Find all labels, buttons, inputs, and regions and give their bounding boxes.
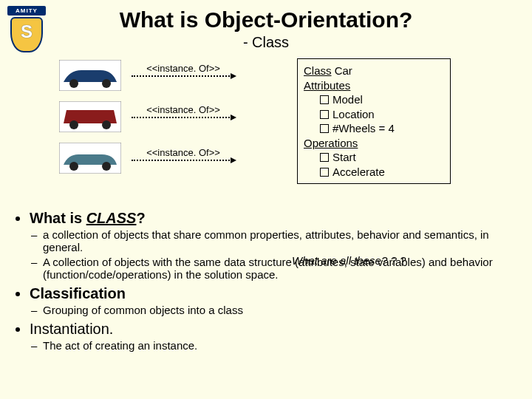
car-icon [59,143,121,174]
instanceof-label: <<instance. Of>> [132,63,235,74]
bullet-class-def2: A collection of objects with the same da… [43,256,514,282]
bullet-class-def1: a collection of objects that share commo… [43,228,514,254]
page-title: What is Object-Orientation? [0,0,532,33]
instanceof-label: <<instance. Of>> [132,104,235,115]
page-subtitle: - Class [0,34,532,51]
instanceof-arrow: <<instance. Of>> [132,63,235,77]
car-icon [59,101,121,132]
instanceof-arrow: <<instance. Of>> [132,104,235,118]
bullet-list: What is CLASS? a collection of objects t… [0,202,532,352]
car-icon [59,60,121,91]
instanceof-label: <<instance. Of>> [132,147,235,158]
what-are-all-these: What are all these? ? ? [292,254,406,267]
instanceof-arrow: <<instance. Of>> [132,147,235,161]
classbox-ops-label: Operations [304,136,444,151]
class-diagram: <<instance. Of>> <<instance. Of>> <<inst… [59,58,473,191]
svg-point-8 [102,162,111,171]
classbox-class-label: Class [304,64,332,77]
svg-point-7 [69,162,78,171]
classbox-attr: Model [304,92,444,107]
bullet-instantiation-def: The act of creating an instance. [43,339,514,352]
amity-logo: AMITY S [7,6,46,52]
classbox-class-value: Car [335,64,352,77]
bullet-classification: Classification Grouping of common object… [30,285,514,316]
classbox-op: Accelerate [304,165,444,180]
svg-point-5 [102,120,111,129]
bullet-class: What is CLASS? a collection of objects t… [30,210,514,281]
bullet-classification-def: Grouping of common objects into a class [43,304,514,316]
svg-point-2 [102,79,111,88]
car-images [59,60,126,184]
classbox-op: Start [304,150,444,165]
bullet-instantiation: Instantiation. The act of creating an in… [30,321,514,352]
classbox-attr: #Wheels = 4 [304,121,444,136]
logo-banner: AMITY [7,6,46,16]
logo-shield: S [10,17,43,52]
classbox-attrs-label: Attributes [304,78,444,93]
class-definition-box: Class Car Attributes Model Location #Whe… [297,58,451,184]
classbox-attr: Location [304,107,444,122]
svg-point-1 [69,79,78,88]
svg-point-4 [69,120,78,129]
